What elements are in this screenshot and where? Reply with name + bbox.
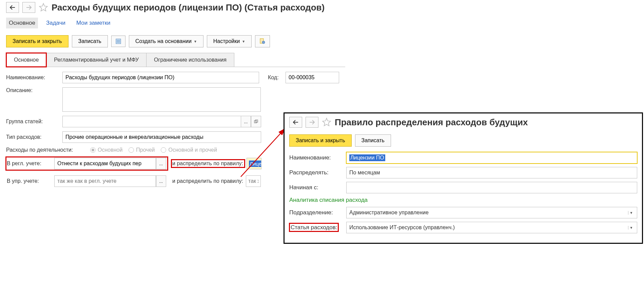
chevron-down-icon: ▼ xyxy=(628,226,634,230)
rule-value-text: Лице xyxy=(249,160,261,167)
chevron-down-icon: ▼ xyxy=(194,40,197,43)
group-ellipsis-button[interactable]: ... xyxy=(241,116,251,127)
rule-highlight: и распределить по правилу: xyxy=(172,160,245,167)
type-input[interactable] xyxy=(62,131,261,143)
tab-tasks[interactable]: Задачи xyxy=(43,18,68,28)
group-label: Группа статей: xyxy=(6,119,60,125)
rule-dialog: Правило распределения расходов будущих З… xyxy=(284,112,643,244)
name-label: Наименование: xyxy=(6,74,60,81)
dialog-forward-button[interactable] xyxy=(306,117,318,128)
arrow-left-icon xyxy=(293,120,299,125)
reg-label: В регл. учете: xyxy=(7,160,54,167)
radio-both-label: Основной и прочей xyxy=(168,147,217,153)
radio-circle-icon xyxy=(90,147,96,153)
tab-main-top[interactable]: Основное xyxy=(6,18,38,28)
dialog-section-title: Аналитика списания расхода xyxy=(289,197,637,203)
tab-notes[interactable]: Мои заметки xyxy=(74,18,113,28)
chevron-down-icon: ▼ xyxy=(628,211,634,215)
rule-value-input[interactable]: Лице xyxy=(247,158,261,169)
radio-other-label: Прочей xyxy=(136,147,155,153)
favorite-star-icon[interactable] xyxy=(322,117,331,127)
dialog-name-input[interactable]: Лицензии ПО xyxy=(346,152,637,164)
arrow-right-icon xyxy=(26,5,32,10)
activity-label: Расходы по деятельности: xyxy=(6,147,88,153)
form-tab-reg[interactable]: Регламентированный учет и МФУ xyxy=(46,53,147,67)
radio-main-label: Основной xyxy=(98,147,122,153)
dialog-back-button[interactable] xyxy=(289,117,302,128)
rule-label: и распределить по правилу: xyxy=(172,160,243,167)
save-button[interactable]: Записать xyxy=(72,35,108,47)
favorite-star-icon[interactable] xyxy=(39,3,48,12)
mgmt-label: В упр. учете: xyxy=(7,178,54,184)
back-button[interactable] xyxy=(6,2,19,13)
group-open-button[interactable] xyxy=(251,116,261,127)
dialog-distribute-label: Распределять: xyxy=(289,169,346,176)
top-tabs: Основное Задачи Мои заметки xyxy=(6,18,638,28)
reg-input[interactable] xyxy=(54,158,156,169)
radio-circle-icon xyxy=(129,147,134,153)
dialog-expitem-label: Статья расходов: xyxy=(289,224,346,231)
code-label: Код: xyxy=(268,74,284,81)
mgmt-ellipsis-button[interactable]: ... xyxy=(156,175,166,187)
dialog-name-value: Лицензии ПО xyxy=(349,154,385,161)
exp-item-label-highlight: Статья расходов: xyxy=(289,223,338,232)
save-close-button[interactable]: Записать и закрыть xyxy=(6,35,69,47)
radio-both[interactable]: Основной и прочей xyxy=(161,147,217,153)
name-input[interactable] xyxy=(62,72,259,83)
arrow-right-icon xyxy=(309,120,315,125)
dialog-start-label: Начиная с: xyxy=(289,184,346,191)
dialog-dept-input[interactable]: Административное управление ▼ xyxy=(346,207,637,218)
type-label: Тип расходов: xyxy=(6,134,60,140)
dialog-dept-value: Административное управление xyxy=(349,210,628,216)
reg-ellipsis-button[interactable]: ... xyxy=(156,158,166,169)
chevron-down-icon: ▼ xyxy=(242,40,245,43)
radio-main[interactable]: Основной xyxy=(90,147,122,153)
mgmt-input[interactable] xyxy=(54,175,156,187)
dialog-expitem-value: Использование ИТ-ресурсов (управленч.) xyxy=(349,224,628,231)
list-icon-button[interactable] xyxy=(111,36,125,47)
desc-textarea[interactable] xyxy=(62,87,261,112)
form-tab-main[interactable]: Основное xyxy=(6,53,46,67)
dialog-name-label: Наименование: xyxy=(289,154,346,161)
group-input[interactable] xyxy=(62,116,241,127)
radio-circle-icon xyxy=(161,147,166,153)
reg-account-highlight: В регл. учете: ... xyxy=(6,157,168,170)
dialog-distribute-input[interactable]: По месяцам xyxy=(346,167,637,178)
open-ext-icon xyxy=(254,120,258,124)
form-tabs: Основное Регламентированный учет и МФУ О… xyxy=(6,53,638,67)
rule-label-2: и распределить по правилу: xyxy=(172,178,243,184)
doc-icon-button[interactable] xyxy=(255,35,270,47)
toolbar: Записать и закрыть Записать Создать на о… xyxy=(6,35,638,47)
dialog-distribute-value: По месяцам xyxy=(349,170,634,176)
rule-value-2[interactable] xyxy=(246,175,261,187)
arrow-left-icon xyxy=(9,5,16,10)
dialog-start-input[interactable] xyxy=(346,182,637,193)
create-based-button[interactable]: Создать на основании ▼ xyxy=(129,35,203,47)
dialog-save-button[interactable]: Записать xyxy=(355,134,391,147)
dialog-expitem-input[interactable]: Использование ИТ-ресурсов (управленч.) ▼ xyxy=(346,222,637,233)
activity-radio-group: Основной Прочей Основной и прочей xyxy=(90,147,217,153)
form-tab-restriction[interactable]: Ограничение использования xyxy=(146,53,234,67)
radio-other[interactable]: Прочей xyxy=(129,147,155,153)
settings-button[interactable]: Настройки ▼ xyxy=(207,35,252,47)
dialog-dept-label: Подразделение: xyxy=(289,209,346,216)
document-gear-icon xyxy=(259,38,266,44)
create-based-label: Создать на основании xyxy=(135,38,192,44)
svg-point-5 xyxy=(262,41,265,44)
dialog-title: Правило распределения расходов будущих xyxy=(335,117,528,128)
desc-label: Описание: xyxy=(6,87,60,93)
settings-label: Настройки xyxy=(213,38,240,44)
page-title: Расходы будущих периодов (лицензии ПО) (… xyxy=(52,2,325,13)
dialog-save-close-button[interactable]: Записать и закрыть xyxy=(289,134,352,147)
forward-button[interactable] xyxy=(22,2,35,13)
list-icon xyxy=(116,39,121,44)
code-input[interactable] xyxy=(286,72,339,83)
